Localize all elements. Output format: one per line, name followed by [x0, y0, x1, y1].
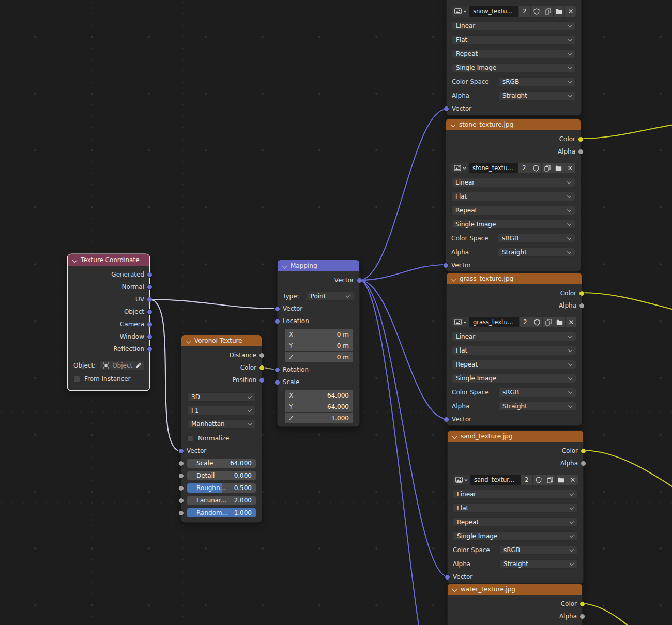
texture-coordinate-node[interactable]: Texture Coordinate Generated Normal UV O…	[68, 254, 149, 390]
color-space-dropdown[interactable]: sRGB	[498, 388, 576, 397]
interpolation-dropdown[interactable]: Linear	[451, 178, 575, 187]
socket-color-output[interactable]	[579, 601, 585, 607]
socket-camera-output[interactable]	[147, 322, 152, 327]
socket-randomness-input[interactable]	[178, 510, 184, 516]
collapse-chevron-icon[interactable]	[451, 277, 456, 281]
projection-dropdown[interactable]: Flat	[453, 504, 578, 513]
socket-lacunarity-input[interactable]	[178, 498, 184, 504]
image-name-field[interactable]: snow_textu...	[469, 6, 518, 17]
image-name-field[interactable]: stone_textu...	[469, 163, 518, 173]
socket-roughness-input[interactable]	[178, 485, 184, 491]
scale-y-field[interactable]: Y64.000	[285, 401, 353, 412]
location-z-field[interactable]: Z0 m	[285, 352, 353, 362]
socket-rotation-input[interactable]	[274, 367, 280, 373]
socket-vector-input[interactable]	[445, 574, 450, 580]
socket-vector-input[interactable]	[444, 106, 449, 112]
unlink-image-button[interactable]	[565, 6, 576, 17]
interpolation-dropdown[interactable]: Linear	[453, 490, 578, 499]
duplicate-image-button[interactable]	[544, 475, 555, 485]
feature-dropdown[interactable]: F1	[187, 406, 256, 415]
fake-user-shield-button[interactable]	[533, 475, 544, 485]
lacunarity-slider[interactable]: Lacunar...2.000	[187, 496, 256, 505]
collapse-chevron-icon[interactable]	[72, 258, 77, 263]
socket-vector-input[interactable]	[178, 448, 184, 454]
object-picker-button[interactable]: Object	[100, 361, 145, 371]
open-image-button[interactable]	[554, 317, 565, 327]
alpha-mode-dropdown[interactable]: Straight	[498, 248, 575, 257]
unlink-image-button[interactable]	[566, 317, 576, 327]
socket-vector-input[interactable]	[443, 263, 449, 268]
duplicate-image-button[interactable]	[542, 163, 553, 173]
node-header[interactable]: stone_texture.jpg	[446, 119, 581, 130]
socket-alpha-output[interactable]	[581, 461, 586, 466]
scale-slider[interactable]: Scale64.000	[187, 459, 256, 468]
location-x-field[interactable]: X0 m	[285, 329, 353, 340]
node-editor-canvas[interactable]: Texture Coordinate Generated Normal UV O…	[0, 0, 672, 625]
image-browse-button[interactable]	[452, 317, 469, 327]
image-users-count-button[interactable]: 2	[519, 6, 530, 17]
node-header[interactable]: grass_texture.jpg	[447, 273, 582, 284]
image-browse-button[interactable]	[453, 475, 470, 485]
fake-user-shield-button[interactable]	[531, 6, 542, 17]
normalize-checkbox[interactable]	[187, 435, 194, 442]
socket-alpha-output[interactable]	[579, 303, 585, 309]
image-users-count-button[interactable]: 2	[520, 317, 531, 327]
color-space-dropdown[interactable]: sRGB	[498, 77, 576, 86]
source-dropdown[interactable]: Single Image	[452, 374, 576, 383]
detail-slider[interactable]: Detail0.000	[187, 471, 256, 480]
duplicate-image-button[interactable]	[543, 317, 554, 327]
image-texture-node-grass[interactable]: grass_texture.jpg Color Alpha grass_	[447, 273, 582, 425]
alpha-mode-dropdown[interactable]: Straight	[499, 559, 578, 569]
extension-dropdown[interactable]: Repeat	[452, 360, 576, 369]
type-dropdown[interactable]: Point	[307, 292, 354, 301]
open-image-button[interactable]	[554, 6, 564, 17]
duplicate-image-button[interactable]	[542, 6, 553, 17]
socket-distance-output[interactable]	[259, 353, 265, 358]
socket-normal-output[interactable]	[147, 284, 152, 290]
alpha-mode-dropdown[interactable]: Straight	[498, 91, 576, 100]
fake-user-shield-button[interactable]	[531, 317, 542, 327]
scale-x-field[interactable]: X64.000	[285, 390, 353, 401]
node-header[interactable]: sand_texture.jpg	[448, 431, 583, 442]
from-instancer-checkbox[interactable]	[73, 376, 80, 383]
color-space-dropdown[interactable]: sRGB	[498, 234, 575, 243]
dimensions-dropdown[interactable]: 3D	[187, 392, 256, 402]
image-texture-node-sand[interactable]: sand_texture.jpg Color Alpha sand_te	[448, 431, 583, 583]
location-y-field[interactable]: Y0 m	[285, 340, 353, 351]
image-browse-button[interactable]	[451, 163, 468, 173]
node-header[interactable]: Mapping	[278, 260, 359, 271]
interpolation-dropdown[interactable]: Linear	[452, 21, 576, 31]
color-space-dropdown[interactable]: sRGB	[499, 545, 578, 555]
image-texture-node-snow[interactable]: snow_textu... 2	[447, 0, 581, 115]
socket-reflection-output[interactable]	[147, 346, 152, 352]
collapse-chevron-icon[interactable]	[282, 264, 287, 268]
collapse-chevron-icon[interactable]	[451, 123, 455, 127]
image-texture-node-water[interactable]: water_texture.jpg Color Alpha	[448, 584, 582, 625]
scale-z-field[interactable]: Z1.000	[285, 413, 353, 423]
interpolation-dropdown[interactable]: Linear	[452, 332, 576, 341]
socket-alpha-output[interactable]	[579, 614, 585, 619]
image-users-count-button[interactable]: 2	[521, 475, 532, 485]
socket-generated-output[interactable]	[147, 272, 152, 278]
unlink-image-button[interactable]	[564, 163, 575, 173]
open-image-button[interactable]	[556, 475, 567, 485]
socket-color-output[interactable]	[581, 448, 586, 454]
socket-alpha-output[interactable]	[578, 149, 584, 155]
projection-dropdown[interactable]: Flat	[452, 346, 576, 355]
node-header[interactable]: water_texture.jpg	[448, 584, 582, 595]
socket-color-output[interactable]	[578, 136, 584, 142]
source-dropdown[interactable]: Single Image	[451, 220, 575, 229]
distance-metric-dropdown[interactable]: Manhattan	[187, 419, 256, 429]
randomness-slider[interactable]: Random...1.000	[187, 508, 256, 517]
image-texture-node-stone[interactable]: stone_texture.jpg Color Alpha stone_	[446, 119, 581, 271]
collapse-chevron-icon[interactable]	[452, 434, 457, 439]
source-dropdown[interactable]: Single Image	[452, 63, 576, 72]
node-header[interactable]: Texture Coordinate	[68, 254, 149, 266]
socket-vector-input[interactable]	[274, 306, 280, 312]
extension-dropdown[interactable]: Repeat	[452, 49, 576, 58]
socket-position-output[interactable]	[259, 377, 265, 383]
socket-scale-input[interactable]	[274, 379, 280, 385]
fake-user-shield-button[interactable]	[530, 163, 541, 173]
eyedropper-icon[interactable]	[135, 362, 142, 369]
extension-dropdown[interactable]: Repeat	[451, 206, 575, 215]
